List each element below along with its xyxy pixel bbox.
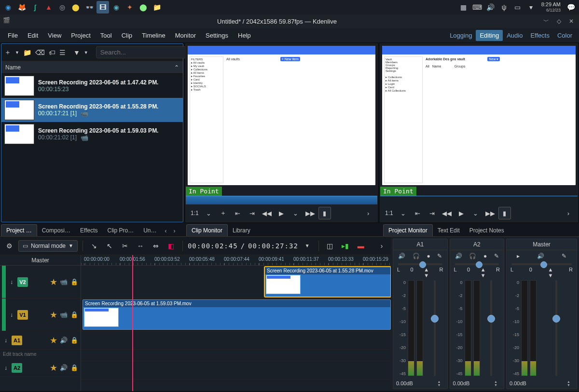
play-button[interactable]: ▶ [455,207,468,219]
taskbar-app-9[interactable]: ◉ [110,1,123,14]
tag-button[interactable]: 🏷 [49,47,55,58]
pan-spinner[interactable]: ▲▼ [424,267,429,278]
tray-volume-icon[interactable]: 🔊 [484,1,497,14]
taskbar-app-6[interactable]: ⬤ [69,1,82,14]
menu-tool[interactable]: Tool [96,29,117,41]
track-lane-v2[interactable]: Screen Recording 2023-06-05 at 1.55.28 P… [81,266,391,298]
tab-library[interactable]: Library [228,225,255,236]
forward-button[interactable]: ▶▶ [484,207,496,219]
tray-window-icon[interactable]: ▭ [511,1,524,14]
track-collapse-icon[interactable]: ↓ [8,279,15,285]
track-lane-a2[interactable] [81,361,391,379]
tab-text-edit[interactable]: Text Edit [433,225,465,236]
position-timecode[interactable]: 00:00:02:45 [188,242,238,250]
play-button[interactable]: ▶ [275,207,288,219]
lock-icon[interactable]: 🔒 [70,364,79,371]
record-icon[interactable]: ● [483,253,487,259]
favorite-icon[interactable]: ★ [50,277,57,287]
menu-project[interactable]: Project [66,29,95,41]
timecode-dropdown[interactable]: ▼ [301,240,314,252]
timeline-more-button[interactable]: › [375,240,388,252]
window-close-button[interactable]: ✕ [566,16,576,26]
layout-logging[interactable]: Logging [446,30,476,41]
track-collapse-icon[interactable]: ↓ [2,365,10,371]
rewind-button[interactable]: ◀◀ [441,207,453,219]
db-spinner[interactable]: ▲▼ [567,379,574,387]
edit-mode-button[interactable]: ▮ [498,207,511,219]
track-lane-v1[interactable]: Screen Recording 2023-06-05 at 1.59.03 P… [81,298,391,331]
solo-icon[interactable]: 🎧 [413,253,420,259]
taskbar-app-11[interactable]: ⬤ [137,1,150,14]
layout-editing[interactable]: Editing [476,30,503,41]
edit-track-name-input[interactable]: Edit track name [0,350,81,359]
tray-clock[interactable]: 8:29 AM 6/12/23 [538,1,564,13]
filter-dropdown[interactable]: ▼ [84,47,88,58]
play-dropdown[interactable]: ⌄ [469,207,482,219]
monitor-options-button[interactable]: › [362,207,374,219]
track-collapse-icon[interactable]: ↓ [2,337,10,344]
tab-compositions[interactable]: Composi… [37,225,75,236]
edit-mode-select[interactable]: ▭ Normal mode ▼ [18,240,78,252]
fx-icon[interactable]: ✎ [562,253,566,259]
db-spinner[interactable]: ▲▼ [494,379,501,387]
layout-audio[interactable]: Audio [503,30,526,41]
track-header-v2[interactable]: ↓ V2 ★ 📹 🔒 [0,266,81,298]
clip-monitor-view[interactable]: FILTERS▸ All vaults▸ My vault▸ Collectio… [186,44,377,196]
spacer-tool-button[interactable]: ↔ [134,240,147,252]
favorite-icon[interactable]: ★ [50,363,57,373]
tray-icon-1[interactable]: ▦ [457,1,470,14]
menu-settings[interactable]: Settings [201,29,233,41]
mute-icon[interactable]: 🔊 [537,253,544,259]
clip-item[interactable]: Screen Recording 2023-06-05 at 1.59.03 P… [1,122,183,146]
mix-button[interactable]: ◧ [165,240,178,252]
tab-scroll-right[interactable]: › [170,226,179,236]
lock-icon[interactable]: 🔒 [70,311,79,318]
forward-button[interactable]: ▶▶ [304,207,317,219]
db-value[interactable]: 0.00dB [453,380,470,386]
track-header-a2[interactable]: ↓ A2 ★ 🔊 🔒 [0,359,81,377]
razor-tool-button[interactable]: ✂ [119,240,131,252]
layout-color[interactable]: Color [553,30,576,41]
set-out-button[interactable]: ⇥ [246,207,259,219]
tab-undo[interactable]: Un… [138,225,161,236]
set-in-button[interactable]: ⇤ [232,207,244,219]
mute-icon[interactable]: 🔊 [398,253,405,259]
tab-project-notes[interactable]: Project Notes [465,225,509,236]
timeline-tracks-area[interactable]: 00:00:00:00 00:00:01:56 00:00:03:52 00:0… [81,255,391,391]
set-out-button[interactable]: ⇥ [426,207,439,219]
bin-search-input[interactable] [96,46,186,58]
set-in-button[interactable]: ⇤ [412,207,424,219]
taskbar-app-5[interactable]: ◎ [56,1,69,14]
taskbar-app-4[interactable]: ▲ [42,1,55,14]
favorite-icon[interactable]: ★ [50,310,57,320]
menu-file[interactable]: File [3,29,23,41]
db-spinner[interactable]: ▲▼ [438,379,444,387]
menu-monitor[interactable]: Monitor [170,29,201,41]
favorite-icon[interactable]: ★ [50,335,57,346]
fx-icon[interactable]: ✎ [494,253,499,259]
playhead[interactable] [132,255,133,391]
tab-project-bin[interactable]: Project … [1,224,37,236]
timeline-clip[interactable]: Screen Recording 2023-06-05 at 1.55.28 P… [264,267,391,297]
list-view-button[interactable]: ☰ [59,47,66,58]
timeline-settings-button[interactable]: ⚙ [3,240,15,252]
menu-timeline[interactable]: Timeline [137,29,170,41]
menu-view[interactable]: View [43,29,66,41]
lock-icon[interactable]: 🔒 [70,278,79,285]
project-monitor-view[interactable]: VaultMembersGroupsReportingSettings▸ Col… [380,44,578,196]
preview-render-button[interactable]: ▸▮ [339,240,352,252]
taskbar-app-1[interactable]: ◉ [2,1,14,14]
menu-help[interactable]: Help [233,29,256,41]
record-icon[interactable]: ● [427,253,430,259]
rewind-button[interactable]: ◀◀ [261,207,273,219]
tab-project-monitor[interactable]: Project Monitor [383,224,433,236]
create-folder-button[interactable]: 📁 [23,47,31,58]
delete-clip-button[interactable]: ⌫ [35,47,45,58]
master-track-header[interactable]: Master [0,255,81,266]
db-value[interactable]: 0.00dB [396,380,413,386]
tab-scroll-left[interactable]: ‹ [162,226,170,236]
clip-item[interactable]: Screen Recording 2023-06-05 at 1.47.42 P… [1,74,183,98]
taskbar-firefox[interactable]: 🦊 [15,1,28,14]
solo-icon[interactable]: 🎧 [469,253,476,259]
monitor-options-button[interactable]: › [562,207,575,219]
